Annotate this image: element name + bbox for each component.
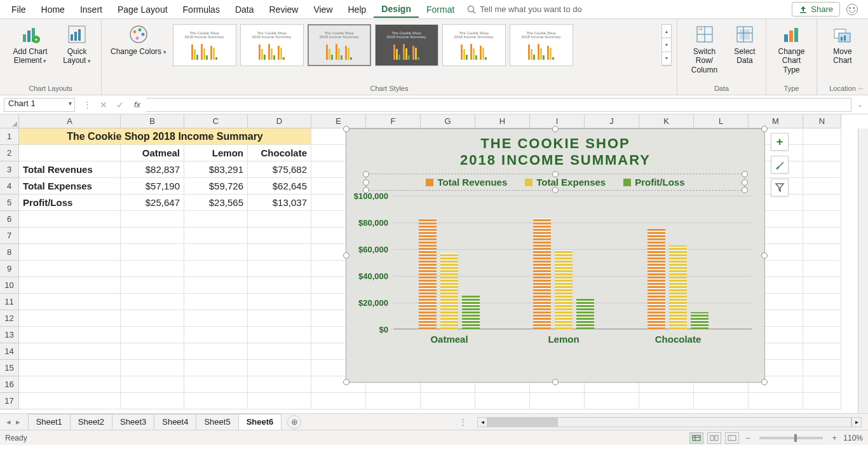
cell-r5-c3[interactable]: $13,037 bbox=[248, 195, 311, 211]
row-header-4[interactable]: 4 bbox=[0, 178, 19, 195]
bar-oatmeal-rev[interactable] bbox=[419, 219, 437, 329]
expand-formula-bar-button[interactable]: ⌄ bbox=[855, 101, 864, 108]
col-header-G[interactable]: G bbox=[421, 114, 475, 128]
title-cell[interactable]: The Cookie Shop 2018 Income Summary bbox=[19, 128, 311, 145]
select-data-button[interactable]: Select Data bbox=[729, 22, 761, 67]
chart-style-thumb-1[interactable]: The Cookie Shop2018 Income Summary bbox=[173, 24, 236, 66]
chart-plot-area[interactable]: $0$20,000$40,000$60,000$80,000$100,000 O… bbox=[393, 196, 752, 342]
sheet-tab-sheet5[interactable]: Sheet5 bbox=[196, 414, 238, 430]
zoom-slider[interactable] bbox=[759, 437, 823, 439]
chart-style-thumb-6[interactable]: The Cookie Shop2018 Income Summary bbox=[510, 24, 573, 66]
chart-style-thumb-5[interactable]: The Cookie Shop2018 Income Summary bbox=[442, 24, 506, 66]
chart-styles-gallery[interactable]: The Cookie Shop2018 Income SummaryThe Co… bbox=[173, 22, 659, 72]
col-header-F[interactable]: F bbox=[366, 114, 421, 128]
tab-nav-buttons[interactable]: ◂ ▸ bbox=[0, 417, 28, 427]
page-break-view-button[interactable] bbox=[725, 432, 739, 444]
new-sheet-button[interactable]: ⊕ bbox=[287, 415, 301, 429]
cell-r3-c3[interactable]: $75,682 bbox=[248, 161, 311, 178]
cell-r5-c2[interactable]: $23,565 bbox=[184, 195, 248, 211]
row-header-3[interactable]: 3 bbox=[0, 161, 19, 178]
menu-review[interactable]: Review bbox=[262, 2, 306, 17]
chart-elements-button[interactable]: + bbox=[771, 133, 789, 151]
legend-item-total-revenues[interactable]: Total Revenues bbox=[426, 177, 507, 188]
header-lemon[interactable]: Lemon bbox=[184, 145, 248, 161]
bar-chocolate-exp[interactable] bbox=[669, 245, 687, 329]
cell-r4-c1[interactable]: $57,190 bbox=[121, 178, 184, 195]
row-header-11[interactable]: 11 bbox=[0, 294, 19, 310]
col-header-C[interactable]: C bbox=[184, 114, 248, 128]
row-label-0[interactable]: Total Revenues bbox=[19, 161, 121, 178]
bar-oatmeal-exp[interactable] bbox=[440, 253, 458, 329]
header-oatmeal[interactable]: Oatmeal bbox=[121, 145, 184, 161]
sheet-tab-sheet1[interactable]: Sheet1 bbox=[28, 414, 71, 430]
bar-chocolate-pl[interactable] bbox=[691, 312, 709, 329]
worksheet-grid[interactable]: ABCDEFGHIJKLMN 1234567891011121314151617… bbox=[0, 114, 868, 413]
switch-row-column-button[interactable]: Switch Row/ Column bbox=[682, 22, 726, 76]
menu-formulas[interactable]: Formulas bbox=[175, 2, 227, 17]
bar-oatmeal-pl[interactable] bbox=[462, 295, 480, 329]
row-header-12[interactable]: 12 bbox=[0, 310, 19, 327]
col-header-H[interactable]: H bbox=[475, 114, 530, 128]
cancel-formula-button[interactable]: ✕ bbox=[95, 100, 112, 110]
change-colors-button[interactable]: Change Colors bbox=[107, 22, 170, 57]
chart-styles-button[interactable] bbox=[771, 156, 789, 174]
menu-insert[interactable]: Insert bbox=[72, 2, 110, 17]
enter-formula-button[interactable]: ✓ bbox=[112, 100, 128, 110]
chart-style-thumb-3[interactable]: The Cookie Shop2018 Income Summary bbox=[308, 24, 371, 66]
zoom-in-button[interactable]: + bbox=[829, 434, 839, 442]
col-header-E[interactable]: E bbox=[311, 114, 366, 128]
row-headers[interactable]: 1234567891011121314151617 bbox=[0, 128, 19, 413]
cell-r4-c2[interactable]: $59,726 bbox=[184, 178, 248, 195]
quick-layout-button[interactable]: Quick Layout bbox=[58, 22, 96, 67]
menu-help[interactable]: Help bbox=[341, 2, 374, 17]
bar-group-chocolate[interactable] bbox=[648, 228, 709, 329]
embedded-chart[interactable]: THE COOKIE SHOP 2018 INCOME SUMMARY Tota… bbox=[346, 128, 765, 383]
normal-view-button[interactable] bbox=[689, 432, 703, 444]
feedback-smiley-icon[interactable] bbox=[846, 4, 858, 15]
row-header-15[interactable]: 15 bbox=[0, 360, 19, 376]
row-header-6[interactable]: 6 bbox=[0, 211, 19, 228]
row-header-14[interactable]: 14 bbox=[0, 343, 19, 360]
select-all-corner[interactable] bbox=[0, 114, 19, 128]
bar-lemon-pl[interactable] bbox=[576, 298, 594, 329]
add-chart-element-button[interactable]: + Add Chart Element bbox=[5, 22, 55, 67]
chart-legend[interactable]: Total RevenuesTotal ExpensesProfit/Loss bbox=[365, 174, 745, 191]
chart-style-thumb-4[interactable]: The Cookie Shop2018 Income Summary bbox=[375, 24, 438, 66]
col-header-M[interactable]: M bbox=[749, 114, 803, 128]
zoom-level[interactable]: 110% bbox=[843, 434, 863, 442]
row-header-17[interactable]: 17 bbox=[0, 393, 19, 409]
row-label-1[interactable]: Total Expenses bbox=[19, 178, 121, 195]
cell-r4-c3[interactable]: $62,645 bbox=[248, 178, 311, 195]
row-header-7[interactable]: 7 bbox=[0, 228, 19, 244]
vertical-scrollbar[interactable] bbox=[858, 128, 868, 413]
gallery-scroll[interactable]: ▴▾▾ bbox=[661, 24, 672, 66]
row-header-5[interactable]: 5 bbox=[0, 195, 19, 211]
row-header-13[interactable]: 13 bbox=[0, 327, 19, 343]
legend-item-total-expenses[interactable]: Total Expenses bbox=[525, 177, 606, 188]
bar-group-lemon[interactable] bbox=[533, 218, 594, 329]
sheet-tab-sheet6[interactable]: Sheet6 bbox=[238, 414, 282, 430]
sheet-tab-sheet3[interactable]: Sheet3 bbox=[112, 414, 154, 430]
row-label-2[interactable]: Profit/Loss bbox=[19, 195, 121, 211]
col-header-D[interactable]: D bbox=[248, 114, 311, 128]
zoom-out-button[interactable]: − bbox=[743, 434, 753, 442]
col-header-K[interactable]: K bbox=[639, 114, 694, 128]
chart-style-thumb-2[interactable]: The Cookie Shop2018 Income Summary bbox=[240, 24, 304, 66]
col-header-J[interactable]: J bbox=[585, 114, 639, 128]
col-header-L[interactable]: L bbox=[694, 114, 749, 128]
bar-lemon-exp[interactable] bbox=[555, 250, 573, 329]
menu-format[interactable]: Format bbox=[419, 2, 462, 17]
share-button[interactable]: Share bbox=[792, 2, 840, 17]
formula-input[interactable] bbox=[146, 98, 851, 112]
name-box[interactable]: Chart 1 bbox=[4, 98, 75, 112]
bar-chocolate-rev[interactable] bbox=[648, 228, 665, 329]
horizontal-scrollbar[interactable]: ◂ ▸ bbox=[477, 417, 862, 427]
header-chocolate[interactable]: Chocolate bbox=[248, 145, 311, 161]
menu-page-layout[interactable]: Page Layout bbox=[110, 2, 175, 17]
fx-icon[interactable]: fx bbox=[128, 100, 146, 109]
cell-r3-c2[interactable]: $83,291 bbox=[184, 161, 248, 178]
bar-lemon-rev[interactable] bbox=[533, 218, 551, 329]
col-header-N[interactable]: N bbox=[803, 114, 841, 128]
row-header-10[interactable]: 10 bbox=[0, 277, 19, 294]
page-layout-view-button[interactable] bbox=[707, 432, 721, 444]
